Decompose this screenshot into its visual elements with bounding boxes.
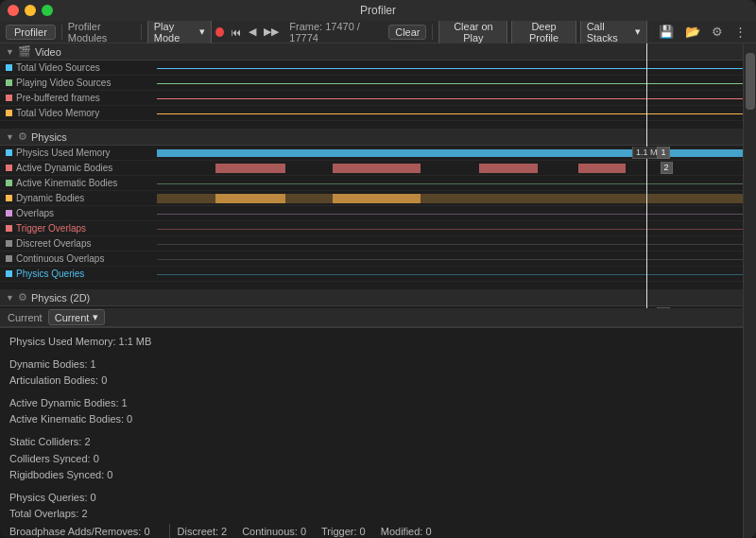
row-label: Continuous Overlaps [16, 253, 104, 264]
step-first-button[interactable]: ⏮ [228, 26, 244, 39]
graph-track [157, 237, 743, 251]
graph-row-physics-queries: Physics Queries [0, 267, 743, 282]
sep2 [141, 25, 142, 40]
current-dropdown[interactable]: Current ▾ [48, 309, 106, 325]
stat-physics-used-memory: Physics Used Memory: 1:1 MB [9, 334, 733, 351]
profiler-graph-area[interactable]: ▼ 🎬 Video Total Video Sources [0, 43, 743, 308]
color-indicator [6, 270, 12, 277]
color-indicator [6, 180, 12, 186]
graph-track [157, 177, 743, 190]
call-stacks-button[interactable]: Call Stacks ▾ [580, 19, 647, 45]
dropdown-arrow-icon: ▾ [93, 311, 98, 323]
graph-track [157, 252, 743, 266]
graph-track: 1 [157, 307, 743, 309]
row-label: Overlaps [16, 208, 54, 218]
window-controls [8, 5, 53, 16]
settings-icon[interactable]: ⚙ [708, 24, 727, 40]
stat-physics-queries: Physics Queries: 0 [9, 490, 733, 507]
graph-row-total-video-memory: Total Video Memory [0, 106, 743, 121]
row-label: Physics Used Memory [16, 148, 110, 158]
graph-track [157, 61, 743, 75]
graph-track: 1.1 MB 1 [157, 147, 743, 160]
graph-row-active-kinematic-bodies: Active Kinematic Bodies [0, 176, 743, 191]
step-back-button[interactable]: ◀ [246, 25, 259, 39]
graph-row-continuous-overlaps: Continuous Overlaps [0, 252, 743, 267]
save-icon[interactable]: 💾 [655, 24, 678, 40]
video-section-header[interactable]: ▼ 🎬 Video [0, 43, 743, 61]
row-label: Active Kinematic Bodies [16, 178, 117, 188]
deep-profile-button[interactable]: Deep Profile [511, 19, 576, 45]
graph-track [157, 192, 743, 205]
record-button[interactable] [215, 27, 224, 37]
sep3 [432, 25, 433, 40]
graph-track [157, 207, 743, 220]
graph-row-total-bodies: Total Bodies 1 [0, 306, 743, 308]
physics-value-1: 1 [657, 147, 669, 159]
physics2d-chevron-icon: ▼ [6, 293, 14, 303]
row-label: Dynamic Bodies [16, 193, 84, 203]
chevron-down-icon: ▾ [199, 26, 205, 38]
play-controls: ⏮ ◀ ▶▶ [228, 25, 282, 39]
row-label: Pre-buffered frames [16, 93, 100, 103]
stat-active-kinematic-bodies: Active Kinematic Bodies: 0 [9, 411, 733, 428]
scrollbar[interactable] [743, 43, 756, 538]
close-button[interactable] [8, 5, 19, 16]
current-dropdown-label: Current [55, 312, 90, 323]
modules-label: Profiler Modules [68, 21, 135, 43]
stat-trigger: Trigger: 0 [321, 524, 366, 538]
graph-track [157, 268, 743, 281]
color-indicator [6, 95, 12, 101]
graph-row-pre-buffered-frames: Pre-buffered frames [0, 91, 743, 106]
graph-row-discreet-overlaps: Discreet Overlaps [0, 236, 743, 252]
call-stacks-label: Call Stacks [587, 21, 632, 43]
clear-on-play-button[interactable]: Clear on Play [438, 19, 507, 45]
toolbar: Profiler Profiler Modules Play Mode ▾ ⏮ … [0, 21, 756, 43]
physics-section-title: Physics [31, 131, 67, 143]
stat-modified: Modified: 0 [381, 524, 432, 538]
color-indicator [6, 64, 12, 71]
color-indicator [6, 165, 12, 171]
graph-row-trigger-overlaps: Trigger Overlaps [0, 221, 743, 236]
play-mode-button[interactable]: Play Mode ▾ [147, 19, 213, 45]
current-label: Current [8, 312, 43, 323]
sep1 [61, 25, 62, 40]
chevron-icon: ▾ [635, 26, 641, 38]
row-label: Active Dynamic Bodies [16, 163, 112, 173]
physics2d-section-header[interactable]: ▼ ⚙ Physics (2D) [0, 289, 743, 306]
graph-track [157, 107, 743, 120]
stat-total-overlaps: Total Overlaps: 2 [9, 506, 88, 523]
row-label: Physics Queries [16, 269, 84, 279]
maximize-button[interactable] [42, 5, 53, 16]
physics-section-header[interactable]: ▼ ⚙ Physics [0, 129, 743, 146]
physics-icon: ⚙ [18, 130, 27, 143]
minimize-button[interactable] [25, 5, 36, 16]
stat-discreet: Discreet: 2 [178, 524, 228, 538]
scrollbar-thumb[interactable] [746, 53, 755, 110]
total-bodies-value: 1 [657, 307, 669, 309]
physics-value-2: 2 [661, 162, 673, 174]
color-indicator [6, 110, 12, 116]
stats-panel: Physics Used Memory: 1:1 MB Dynamic Bodi… [0, 327, 743, 538]
load-icon[interactable]: 📂 [681, 24, 704, 40]
graph-track: 2 [157, 162, 743, 175]
more-icon[interactable]: ⋮ [730, 24, 750, 40]
stat-colliders-synced: Colliders Synced: 0 [9, 451, 733, 468]
window-title: Profiler [360, 4, 396, 17]
profiler-tab[interactable]: Profiler [6, 25, 56, 40]
color-indicator [6, 240, 12, 247]
step-forward-button[interactable]: ▶▶ [261, 25, 282, 39]
row-label: Discreet Overlaps [16, 238, 91, 249]
stat-static-colliders: Static Colliders: 2 [9, 434, 733, 451]
clear-button[interactable]: Clear [388, 25, 426, 40]
graph-row-total-video-sources: Total Video Sources [0, 61, 743, 76]
color-indicator [6, 210, 12, 217]
stat-broadphase: Broadphase Adds/Removes: 0 [9, 524, 150, 538]
row-label: Total Video Sources [16, 62, 100, 73]
frame-info: Frame: 17470 / 17774 [289, 21, 381, 43]
graph-row-dynamic-bodies: Dynamic Bodies [0, 191, 743, 206]
physics2d-icon: ⚙ [18, 291, 27, 304]
graph-row-physics-used-memory: Physics Used Memory 1.1 MB 1 [0, 146, 743, 161]
row-label: Trigger Overlaps [16, 223, 86, 234]
graph-track [157, 92, 743, 105]
video-chevron-icon: ▼ [6, 47, 14, 57]
